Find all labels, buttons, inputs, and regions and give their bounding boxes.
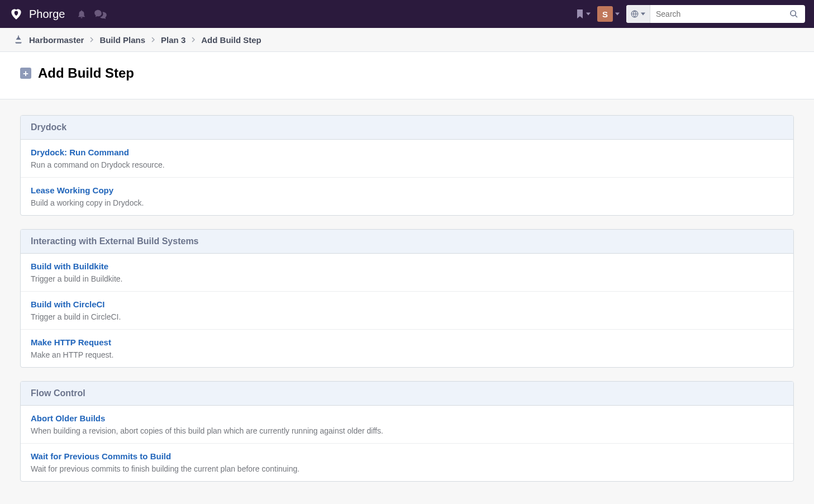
heart-icon (9, 7, 23, 21)
step-link[interactable]: Wait for Previous Commits to Build (31, 451, 783, 461)
breadcrumb: Harbormaster Build Plans Plan 3 Add Buil… (0, 28, 814, 52)
step-description: Build a working copy in Drydock. (31, 198, 783, 207)
step-description: Wait for previous commits to finish buil… (31, 464, 783, 473)
step-link[interactable]: Make HTTP Request (31, 337, 783, 347)
step-link[interactable]: Lease Working Copy (31, 186, 783, 195)
user-menu[interactable]: S (597, 6, 620, 22)
title-section: + Add Build Step (0, 52, 814, 99)
plus-square-icon: + (20, 68, 31, 79)
step-description: Run a command on Drydock resource. (31, 160, 783, 169)
chevron-down-icon (586, 12, 591, 16)
list-item: Build with CircleCI Trigger a build in C… (21, 291, 793, 329)
breadcrumb-link[interactable]: Build Plans (99, 35, 145, 45)
chat-icon[interactable] (94, 9, 107, 19)
page-title: Add Build Step (38, 65, 134, 81)
harbormaster-icon (13, 35, 23, 45)
chevron-right-icon (151, 37, 155, 42)
section-header: Drydock (21, 116, 793, 140)
bookmark-dropdown[interactable] (576, 9, 591, 18)
search-input[interactable] (650, 9, 783, 18)
section-header: Flow Control (21, 382, 793, 406)
breadcrumb-link[interactable]: Plan 3 (161, 35, 185, 45)
logo-area[interactable]: Phorge (9, 7, 72, 21)
step-link[interactable]: Abort Older Builds (31, 413, 783, 423)
section-header: Interacting with External Build Systems (21, 230, 793, 254)
step-link[interactable]: Build with Buildkite (31, 261, 783, 271)
search-icon (789, 9, 798, 18)
step-link[interactable]: Build with CircleCI (31, 299, 783, 309)
globe-icon (631, 10, 639, 18)
bookmark-icon (576, 9, 584, 18)
bell-icon[interactable] (77, 9, 87, 19)
chevron-down-icon (615, 12, 620, 16)
list-item: Build with Buildkite Trigger a build in … (21, 254, 793, 291)
header-icons (77, 9, 107, 19)
step-description: Trigger a build in CircleCI. (31, 312, 783, 321)
section-external: Interacting with External Build Systems … (20, 229, 794, 368)
list-item: Wait for Previous Commits to Build Wait … (21, 443, 793, 481)
svg-point-1 (791, 11, 796, 16)
svg-rect-2 (18, 36, 19, 37)
search-container (626, 5, 805, 23)
list-item: Make HTTP Request Make an HTTP request. (21, 329, 793, 367)
breadcrumb-current: Add Build Step (201, 35, 261, 45)
list-item: Lease Working Copy Build a working copy … (21, 177, 793, 215)
search-button[interactable] (783, 5, 805, 23)
list-item: Abort Older Builds When building a revis… (21, 406, 793, 443)
main-header: Phorge S (0, 0, 814, 28)
step-link[interactable]: Drydock: Run Command (31, 148, 783, 157)
step-description: Make an HTTP request. (31, 350, 783, 359)
chevron-down-icon (641, 12, 645, 16)
user-avatar: S (597, 6, 613, 22)
chevron-right-icon (89, 37, 94, 42)
chevron-right-icon (191, 37, 196, 42)
section-flow-control: Flow Control Abort Older Builds When bui… (20, 381, 794, 482)
step-description: When building a revision, abort copies o… (31, 426, 783, 435)
header-right: S (576, 5, 805, 23)
list-item: Drydock: Run Command Run a command on Dr… (21, 140, 793, 177)
section-drydock: Drydock Drydock: Run Command Run a comma… (20, 115, 794, 216)
search-scope-selector[interactable] (626, 5, 650, 23)
app-name[interactable]: Phorge (29, 8, 65, 21)
breadcrumb-link[interactable]: Harbormaster (29, 35, 84, 45)
content: Drydock Drydock: Run Command Run a comma… (0, 99, 814, 504)
step-description: Trigger a build in Buildkite. (31, 274, 783, 283)
